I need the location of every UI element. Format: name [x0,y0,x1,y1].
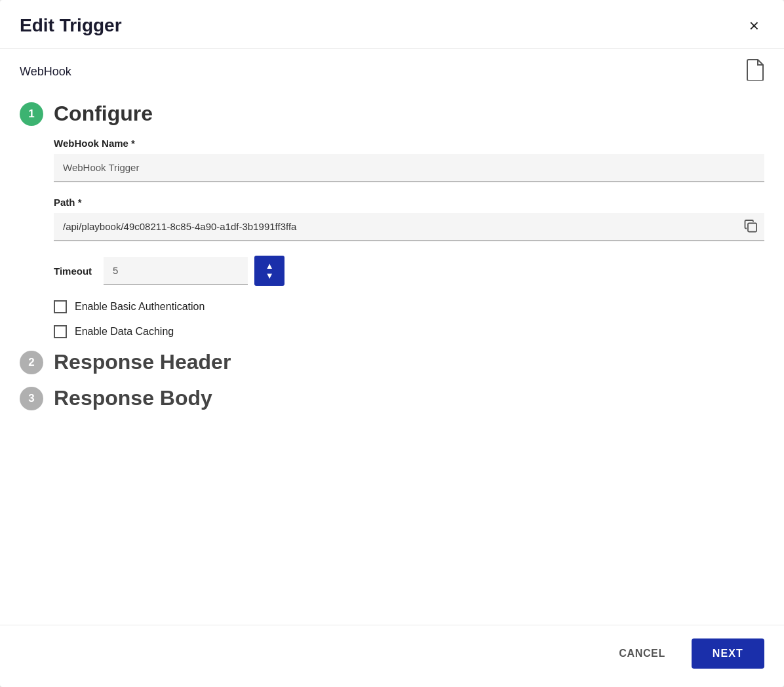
data-caching-row: Enable Data Caching [54,325,764,338]
data-caching-checkbox[interactable] [54,325,67,338]
copy-path-button[interactable] [737,213,764,241]
basic-auth-row: Enable Basic Authentication [54,300,764,313]
path-row [54,213,764,241]
edit-trigger-dialog: Edit Trigger × WebHook 1 Configure WebHo… [0,0,784,687]
path-label: Path * [54,197,764,208]
dialog-content: 1 Configure WebHook Name * Path * [0,85,784,625]
path-field-group: Path * [54,197,764,241]
file-icon [746,58,764,85]
svg-rect-0 [748,223,756,231]
timeout-label: Timeout [54,265,92,277]
webhook-name-field-group: WebHook Name * [54,138,764,182]
next-button[interactable]: NEXT [692,638,764,669]
section-1-title: Configure [54,102,153,126]
path-input[interactable] [54,213,764,241]
cancel-button[interactable]: CANCEL [606,638,678,669]
timeout-input[interactable] [104,257,248,285]
dialog-title: Edit Trigger [20,15,122,36]
step-badge-2: 2 [20,351,43,374]
spinner-up-icon: ▲ [265,262,274,270]
basic-auth-checkbox[interactable] [54,300,67,313]
dialog-header: Edit Trigger × [0,0,784,49]
dialog-footer: CANCEL NEXT [0,625,784,687]
basic-auth-label: Enable Basic Authentication [75,301,205,313]
timeout-spinner-button[interactable]: ▲ ▼ [254,256,284,286]
section-response-body: 3 Response Body [20,386,764,410]
data-caching-label: Enable Data Caching [75,326,174,338]
dialog-subheader: WebHook [0,49,784,85]
step-badge-1: 1 [20,102,43,126]
step-badge-3: 3 [20,387,43,410]
section-3-title: Response Body [54,386,212,410]
section-configure: 1 Configure WebHook Name * Path * [20,102,764,338]
section-2-title: Response Header [54,350,231,374]
webhook-name-label: WebHook Name * [54,138,764,149]
section-3-header: 3 Response Body [20,386,764,410]
spinner-down-icon: ▼ [265,271,274,280]
section-1-body: WebHook Name * Path * [20,138,764,338]
webhook-name-input[interactable] [54,154,764,182]
close-button[interactable]: × [744,14,764,37]
timeout-row: Timeout ▲ ▼ [54,256,764,286]
dialog-subtitle: WebHook [20,65,71,79]
section-response-header: 2 Response Header [20,350,764,374]
section-2-header: 2 Response Header [20,350,764,374]
section-1-header: 1 Configure [20,102,764,126]
